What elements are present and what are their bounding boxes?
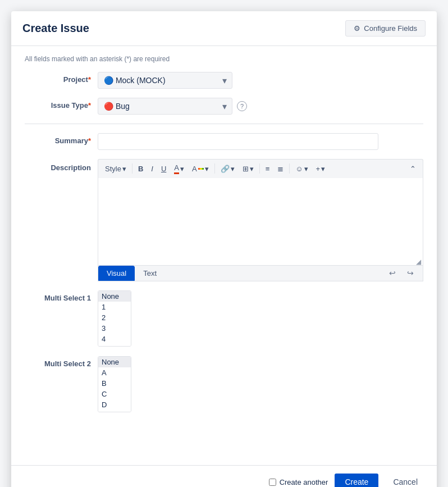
project-select-wrapper: 🔵 Mock (MOCK) [98, 72, 232, 89]
editor-tabs-row: Visual Text ↩ ↪ [98, 266, 423, 281]
configure-fields-button[interactable]: ⚙ Configure Fields [345, 20, 426, 37]
toolbar-divider-2 [214, 163, 215, 174]
multi-select-2-label: Multi Select 2 [25, 356, 98, 368]
table-button[interactable]: ⊞ ▾ [239, 163, 257, 175]
description-row: Description Style ▾ B I [25, 159, 423, 281]
color-chevron-icon: ▾ [180, 165, 184, 173]
configure-fields-label: Configure Fields [364, 24, 417, 33]
summary-row: Summary* [25, 133, 423, 150]
multi-select-2-option-dash: – [98, 410, 131, 412]
link-icon: 🔗 [221, 165, 230, 173]
multi-select-1-option-1: 1 [98, 302, 131, 312]
multi-select-1-control: None 1 2 3 4 – [98, 290, 423, 347]
style-chevron-icon: ▾ [122, 165, 126, 173]
toolbar-divider-1 [132, 163, 132, 174]
undo-redo-controls: ↩ ↪ [385, 266, 418, 280]
modal-body: All fields marked with an asterisk (*) a… [11, 46, 437, 465]
create-another-checkbox[interactable] [269, 479, 276, 486]
multi-select-2-control: None A B C D – [98, 356, 423, 413]
description-label: Description [25, 159, 98, 172]
bold-button[interactable]: B [135, 163, 147, 175]
form-divider [25, 124, 423, 124]
underline-button[interactable]: U [158, 163, 170, 175]
multi-select-1-row: Multi Select 1 None 1 2 3 4 – [25, 290, 423, 347]
summary-input[interactable] [98, 133, 378, 150]
editor-toolbar: Style ▾ B I U A ▾ [98, 159, 423, 178]
multi-select-1-option-none: None [98, 291, 131, 302]
multi-select-1-option-2: 2 [98, 312, 131, 323]
emoji-button[interactable]: ☺ ▾ [292, 163, 311, 175]
gear-icon: ⚙ [354, 24, 360, 33]
multi-select-2-option-d: D [98, 399, 131, 410]
issue-type-row-inner: 🔴 Bug ? [98, 98, 423, 115]
multi-select-2-option-b: B [98, 378, 131, 389]
required-note: All fields marked with an asterisk (*) a… [25, 55, 423, 63]
project-control: 🔵 Mock (MOCK) [98, 72, 423, 89]
expand-button[interactable]: ⌃ [406, 163, 419, 175]
create-button[interactable]: Create [335, 474, 378, 487]
project-label: Project* [25, 72, 98, 84]
multi-select-2-option-c: C [98, 389, 131, 399]
expand-icon: ⌃ [410, 165, 416, 173]
multi-select-1-option-4: 4 [98, 334, 131, 344]
numbered-list-icon: ≣ [277, 165, 284, 173]
create-another-text: Create another [280, 478, 328, 486]
create-issue-modal: Create Issue ⚙ Configure Fields All fiel… [11, 11, 437, 487]
table-chevron-icon: ▾ [250, 165, 254, 173]
summary-label: Summary* [25, 133, 98, 145]
multi-select-1-label: Multi Select 1 [25, 290, 98, 302]
highlight-chevron-icon: ▾ [205, 165, 209, 173]
editor-content-area: ◢ [98, 178, 423, 266]
create-another-label[interactable]: Create another [269, 478, 328, 486]
more-icon: + [316, 165, 321, 173]
text-tab[interactable]: Text [135, 266, 165, 281]
description-control: Style ▾ B I U A ▾ [98, 159, 423, 281]
table-icon: ⊞ [243, 165, 249, 173]
summary-control [98, 133, 423, 150]
issue-type-row: Issue Type* 🔴 Bug ? [25, 98, 423, 115]
issue-type-label: Issue Type* [25, 98, 98, 110]
color-a-label: A [174, 163, 179, 174]
issue-type-help-icon[interactable]: ? [237, 101, 247, 111]
redo-button[interactable]: ↪ [403, 266, 418, 280]
issue-type-select[interactable]: 🔴 Bug [98, 98, 232, 115]
multi-select-1-option-3: 3 [98, 323, 131, 334]
numbered-list-button[interactable]: ≣ [274, 163, 287, 175]
link-button[interactable]: 🔗 ▾ [217, 163, 238, 175]
style-dropdown-button[interactable]: Style ▾ [102, 163, 130, 175]
undo-button[interactable]: ↩ [385, 266, 400, 280]
bullet-list-icon: ≡ [266, 165, 270, 173]
more-chevron-icon: ▾ [321, 165, 325, 173]
modal-header: Create Issue ⚙ Configure Fields [11, 11, 437, 46]
emoji-chevron-icon: ▾ [304, 165, 308, 173]
multi-select-2[interactable]: None A B C D – [98, 356, 131, 412]
text-color-button[interactable]: A ▾ [171, 162, 188, 176]
multi-select-2-option-a: A [98, 367, 131, 378]
modal-title: Create Issue [22, 22, 89, 35]
highlight-a-label: A [192, 165, 197, 173]
style-label: Style [105, 165, 121, 173]
project-row: Project* 🔵 Mock (MOCK) [25, 72, 423, 89]
description-editor[interactable] [98, 178, 423, 265]
multi-select-2-option-none: None [98, 357, 131, 367]
multi-select-1-option-dash: – [98, 344, 131, 347]
link-chevron-icon: ▾ [231, 165, 235, 173]
multi-select-2-row: Multi Select 2 None A B C D – [25, 356, 423, 413]
cancel-button[interactable]: Cancel [385, 474, 426, 487]
project-select[interactable]: 🔵 Mock (MOCK) [98, 72, 232, 89]
multi-select-1[interactable]: None 1 2 3 4 – [98, 290, 131, 347]
toolbar-divider-3 [259, 163, 260, 174]
toolbar-divider-4 [289, 163, 290, 174]
editor-tabs: Visual Text [98, 266, 165, 281]
visual-tab[interactable]: Visual [98, 266, 135, 281]
resize-handle[interactable]: ◢ [416, 258, 422, 264]
bullet-list-button[interactable]: ≡ [262, 163, 273, 175]
issue-type-control: 🔴 Bug ? [98, 98, 423, 115]
modal-footer: Create another Create Cancel [11, 465, 437, 487]
text-highlight-button[interactable]: A ▾ [189, 163, 212, 175]
issue-type-select-wrapper: 🔴 Bug [98, 98, 232, 115]
italic-button[interactable]: I [148, 163, 157, 175]
more-button[interactable]: + ▾ [313, 163, 329, 175]
emoji-icon: ☺ [295, 165, 303, 173]
